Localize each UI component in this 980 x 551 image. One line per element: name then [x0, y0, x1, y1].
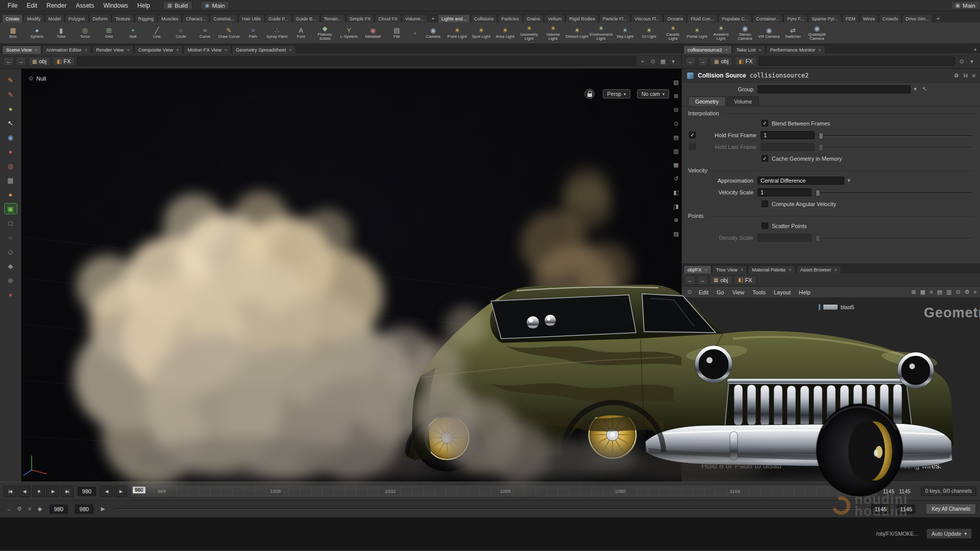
shelf-tab[interactable]: Create	[2, 14, 23, 22]
network-toolbar-icon[interactable]: +	[974, 289, 977, 295]
velocity-scale-input[interactable]: 1	[757, 188, 812, 196]
shelf-tool[interactable]: ◉ Camera	[421, 22, 445, 43]
shelf-tool[interactable]: ☀ Environment Light	[589, 22, 613, 43]
viewport-display-icon[interactable]: ▦	[673, 162, 678, 168]
close-icon[interactable]: ×	[818, 47, 821, 53]
network-pane-tab[interactable]: Material Palette ×	[748, 265, 795, 273]
shelf-tool[interactable]: Y L-System	[337, 22, 361, 43]
viewport-display-icon[interactable]: ▥	[673, 148, 678, 155]
toolbar-icon[interactable]: ▣	[5, 204, 17, 214]
close-icon[interactable]: ×	[225, 47, 227, 53]
parameter-header-icon[interactable]: ⚙	[954, 72, 959, 79]
viewport-display-icon[interactable]: ⊟	[674, 107, 678, 113]
path-bar-icon[interactable]: ▾	[669, 58, 678, 65]
panel-path-input[interactable]	[759, 57, 955, 66]
shelf-tool[interactable]: ◎ Torus	[73, 22, 97, 43]
close-icon[interactable]: ×	[289, 47, 291, 53]
pane-tab[interactable]: Composite View ×	[134, 45, 183, 54]
shelf-tool[interactable]: ◉ VR Camera	[757, 22, 781, 43]
pane-tab[interactable]: Scene View ×	[2, 45, 41, 54]
approximation-select[interactable]: Central Difference	[757, 177, 844, 185]
hold-first-enable-checkbox[interactable]: ✓	[689, 132, 696, 138]
network-pane-tab[interactable]: obj/FX ×	[683, 265, 712, 273]
pane-tab[interactable]: Animation Editor ×	[42, 45, 91, 54]
auto-update-selector[interactable]: Auto Update ▾	[926, 529, 972, 539]
toolbar-icon[interactable]: ◇	[5, 246, 17, 257]
toolbar-icon[interactable]: ▦	[5, 175, 17, 185]
tab-volume[interactable]: Volume	[727, 96, 759, 106]
current-frame-input[interactable]: 980	[78, 487, 96, 496]
hold-first-input[interactable]: 1	[761, 131, 815, 139]
pin-icon[interactable]: ⊙	[685, 289, 694, 295]
shelf-tab[interactable]: Viscous Fl...	[631, 14, 663, 22]
section-velocity[interactable]: Velocity	[682, 167, 980, 173]
menu-item[interactable]: Windows	[99, 1, 133, 11]
shelf-tab[interactable]: Modify	[23, 14, 44, 22]
viewport-display-icon[interactable]: ▨	[673, 231, 678, 237]
viewport-display-icon[interactable]: ◨	[673, 203, 678, 210]
shelf-tab[interactable]: Guide B...	[292, 14, 320, 22]
network-menu-item[interactable]: Edit	[695, 288, 713, 296]
toolbar-icon[interactable]: ●	[5, 289, 17, 299]
hold-last-enable-checkbox[interactable]	[689, 143, 696, 150]
network-pane-tab[interactable]: Asset Browser ×	[796, 265, 842, 273]
menu-item[interactable]: Help	[133, 1, 155, 11]
shelf-add-tab-button[interactable]: +	[428, 15, 437, 22]
network-toolbar-icon[interactable]: ▦	[920, 289, 925, 295]
velocity-scale-slider[interactable]	[815, 188, 975, 196]
playback-button[interactable]: ◀	[18, 486, 31, 497]
shelf-tool[interactable]: ☀ Volume Light	[541, 22, 565, 43]
node-name-field[interactable]: collisionsource2	[750, 72, 809, 79]
toolbar-icon[interactable]: ○	[5, 232, 17, 242]
playback-button[interactable]: |◀	[4, 486, 16, 497]
close-icon[interactable]: ×	[741, 267, 743, 272]
main-desktop-right[interactable]: ▣ Main	[951, 1, 980, 10]
network-toolbar-icon[interactable]: ⚙	[965, 289, 970, 295]
close-icon[interactable]: ×	[127, 47, 129, 53]
density-slider[interactable]	[815, 234, 975, 242]
shelf-tool[interactable]: ◉ Stereo Camera	[733, 22, 757, 43]
viewport-display-icon[interactable]: ⊞	[674, 93, 678, 99]
shelf-tool[interactable]: ▦ Box	[1, 22, 25, 43]
shelf-tab[interactable]: Sparse Pyr...	[808, 14, 842, 22]
breadcrumb-obj[interactable]: ▦ obj	[28, 57, 51, 66]
node-body[interactable]	[700, 450, 716, 456]
blend-checkbox[interactable]: ✓	[762, 120, 768, 127]
timeline-ruler[interactable]: 980 984100810321056108011041128	[131, 485, 878, 497]
panel-breadcrumb-obj[interactable]: ▦ obj	[710, 57, 732, 66]
close-icon[interactable]: ×	[758, 47, 761, 53]
close-icon[interactable]: ×	[35, 47, 37, 53]
density-input[interactable]	[757, 234, 812, 242]
shelf-tab[interactable]: Guide P...	[265, 14, 292, 22]
hold-last-input[interactable]	[761, 143, 815, 151]
parameter-header-icon[interactable]: H	[964, 72, 968, 79]
network-back-button[interactable]: ←	[685, 276, 695, 285]
viewport-lock-button[interactable]	[584, 89, 595, 99]
scene-selector[interactable]: ◉ Main	[201, 1, 230, 10]
shelf-tool[interactable]: ☀ GI Light	[637, 22, 661, 43]
shelf-tool[interactable]: ≈ Curve	[193, 22, 217, 43]
forward-button[interactable]: →	[16, 57, 26, 66]
shelf-tab[interactable]: Hair Utils	[238, 14, 264, 22]
cache-checkbox[interactable]: ✓	[762, 155, 768, 162]
shelf-tab[interactable]: Vellum	[544, 14, 565, 22]
camera-select-button[interactable]: No cam ▾	[637, 89, 669, 98]
shelf-tool[interactable]: ☀ Caustic Light	[661, 22, 685, 43]
toolbar-icon[interactable]: ●	[5, 189, 17, 199]
pane-tab[interactable]: Motion FX View ×	[183, 45, 231, 54]
panel-breadcrumb-fx[interactable]: ◧ FX	[734, 57, 757, 66]
toolbar-icon[interactable]: □	[5, 218, 17, 228]
playback-button[interactable]: ▶	[46, 486, 59, 497]
shelf-tool[interactable]: ⇄ Switcher	[781, 22, 805, 43]
approximation-dropdown-icon[interactable]: ▾	[844, 177, 853, 184]
shelf-tool[interactable]: ◉ Metaball	[361, 22, 385, 43]
shelf-add-tab-button-2[interactable]: +	[934, 15, 943, 22]
shelf-tab[interactable]: Populate C...	[718, 14, 752, 22]
key-all-channels-button[interactable]: Key All Channels	[926, 504, 976, 514]
viewport-display-icon[interactable]: ↺	[674, 176, 678, 182]
global-range-slider[interactable]	[114, 508, 863, 510]
toolbar-icon[interactable]: ◉	[5, 132, 17, 142]
shelf-tab[interactable]: Polygon	[65, 14, 89, 22]
shelf-tab[interactable]: Particle Fl...	[599, 14, 631, 22]
viewport-display-icon[interactable]: ▧	[673, 79, 678, 86]
